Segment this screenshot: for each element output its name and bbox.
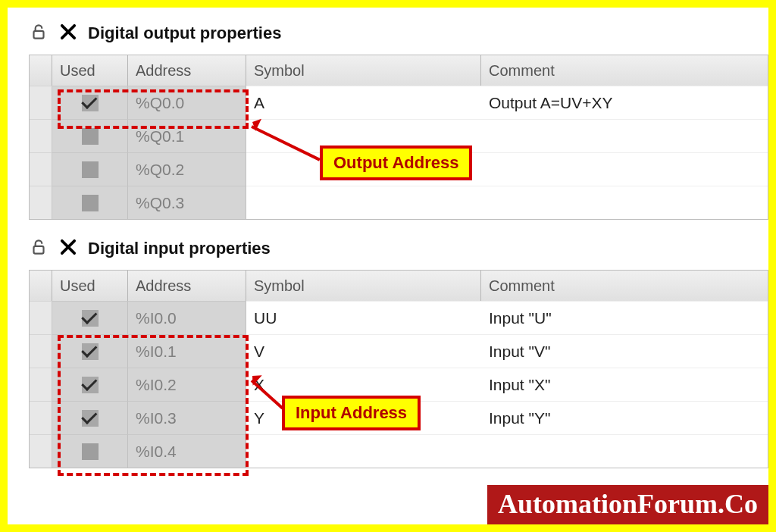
watermark: AutomationForum.Co xyxy=(487,485,768,524)
address-cell[interactable]: %I0.0 xyxy=(128,301,246,334)
checkbox-unchecked-icon[interactable] xyxy=(82,161,99,178)
used-cell[interactable] xyxy=(52,301,128,334)
input-table: Used Address Symbol Comment %I0.0UUInput… xyxy=(29,270,768,468)
output-panel-title: Digital output properties xyxy=(88,23,281,43)
used-cell[interactable] xyxy=(52,86,128,119)
comment-cell[interactable] xyxy=(481,152,768,186)
address-cell[interactable]: %I0.1 xyxy=(128,334,246,368)
used-cell[interactable] xyxy=(52,434,128,468)
used-cell[interactable] xyxy=(52,334,128,368)
comment-cell[interactable] xyxy=(481,434,768,468)
symbol-cell[interactable]: V xyxy=(246,334,481,368)
comment-cell[interactable]: Input "X" xyxy=(481,368,768,401)
table-row[interactable]: %I0.1VInput "V" xyxy=(30,334,768,368)
comment-cell[interactable] xyxy=(481,186,768,219)
symbol-cell[interactable]: A xyxy=(246,86,481,119)
address-cell[interactable]: %Q0.0 xyxy=(128,86,246,119)
comment-cell[interactable]: Output A=UV+XY xyxy=(481,86,768,119)
checkbox-checked-icon[interactable] xyxy=(82,95,99,111)
col-used-header[interactable]: Used xyxy=(52,55,128,86)
col-comment-header[interactable]: Comment xyxy=(481,271,768,301)
checkbox-checked-icon[interactable] xyxy=(82,410,99,427)
col-symbol-header[interactable]: Symbol xyxy=(246,271,481,301)
col-used-header[interactable]: Used xyxy=(52,271,128,301)
used-cell[interactable] xyxy=(52,119,128,152)
used-cell[interactable] xyxy=(52,368,128,401)
row-gutter xyxy=(30,434,52,468)
lock-icon[interactable] xyxy=(29,22,48,45)
output-address-callout: Output Address xyxy=(320,146,472,180)
input-address-callout: Input Address xyxy=(282,396,421,430)
col-comment-header[interactable]: Comment xyxy=(481,55,768,86)
comment-cell[interactable]: Input "U" xyxy=(481,301,768,334)
col-address-header[interactable]: Address xyxy=(128,55,246,86)
table-row[interactable]: %Q0.3 xyxy=(30,186,768,219)
row-gutter xyxy=(30,301,52,334)
row-gutter xyxy=(30,119,52,152)
table-row[interactable]: %I0.4 xyxy=(30,434,768,468)
checkbox-checked-icon[interactable] xyxy=(82,377,99,393)
used-cell[interactable] xyxy=(52,152,128,186)
col-address-header[interactable]: Address xyxy=(128,271,246,301)
output-table-header: Used Address Symbol Comment xyxy=(30,55,768,86)
row-gutter xyxy=(30,86,52,119)
address-cell[interactable]: %Q0.2 xyxy=(128,152,246,186)
row-gutter xyxy=(30,401,52,434)
row-gutter xyxy=(30,368,52,401)
col-symbol-header[interactable]: Symbol xyxy=(246,55,481,86)
table-row[interactable]: %I0.0UUInput "U" xyxy=(30,301,768,334)
row-gutter xyxy=(30,186,52,219)
input-panel-title: Digital input properties xyxy=(88,239,271,258)
row-gutter xyxy=(30,334,52,368)
close-icon[interactable] xyxy=(58,21,79,45)
checkbox-unchecked-icon[interactable] xyxy=(82,443,99,460)
used-cell[interactable] xyxy=(52,186,128,219)
svg-rect-3 xyxy=(34,246,44,254)
page-frame: Digital output properties Used Address S… xyxy=(0,0,776,532)
output-panel-header: Digital output properties xyxy=(29,21,768,45)
close-icon[interactable] xyxy=(58,236,79,261)
used-cell[interactable] xyxy=(52,401,128,434)
checkbox-unchecked-icon[interactable] xyxy=(82,128,99,145)
symbol-cell[interactable]: UU xyxy=(246,301,481,334)
symbol-cell[interactable] xyxy=(246,186,481,219)
input-table-header: Used Address Symbol Comment xyxy=(30,271,768,301)
table-row[interactable]: %Q0.0AOutput A=UV+XY xyxy=(30,86,768,119)
gutter-header xyxy=(30,271,52,301)
row-gutter xyxy=(30,152,52,186)
svg-rect-0 xyxy=(34,31,44,39)
comment-cell[interactable]: Input "V" xyxy=(481,334,768,368)
checkbox-checked-icon[interactable] xyxy=(82,310,99,327)
checkbox-unchecked-icon[interactable] xyxy=(82,195,99,211)
address-cell[interactable]: %I0.2 xyxy=(128,368,246,401)
address-cell[interactable]: %Q0.3 xyxy=(128,186,246,219)
symbol-cell[interactable] xyxy=(246,434,481,468)
comment-cell[interactable]: Input "Y" xyxy=(481,401,768,434)
address-cell[interactable]: %Q0.1 xyxy=(128,119,246,152)
address-cell[interactable]: %I0.4 xyxy=(128,434,246,468)
lock-icon[interactable] xyxy=(29,237,48,260)
address-cell[interactable]: %I0.3 xyxy=(128,401,246,434)
comment-cell[interactable] xyxy=(481,119,768,152)
output-table: Used Address Symbol Comment %Q0.0AOutput… xyxy=(29,55,768,220)
gutter-header xyxy=(30,55,52,86)
input-panel-header: Digital input properties xyxy=(29,236,768,261)
checkbox-checked-icon[interactable] xyxy=(82,343,99,360)
